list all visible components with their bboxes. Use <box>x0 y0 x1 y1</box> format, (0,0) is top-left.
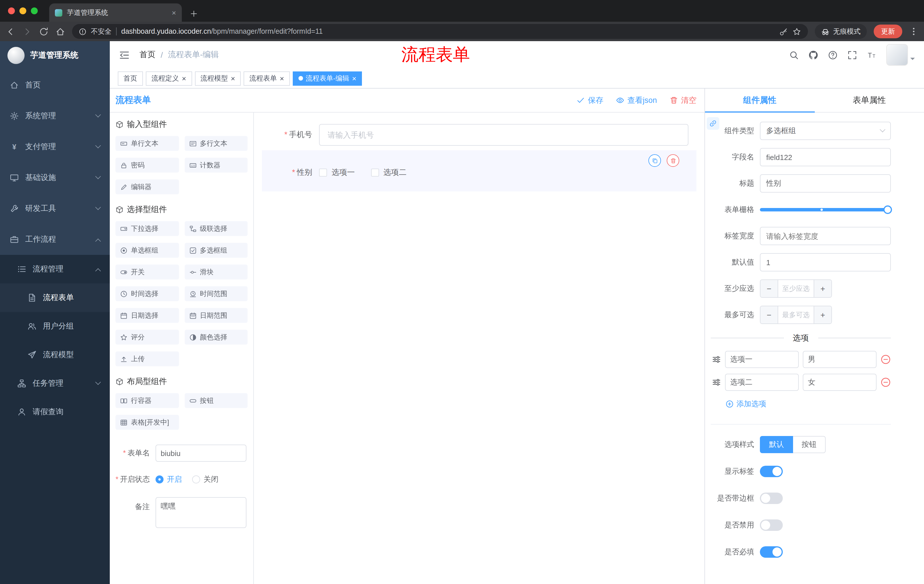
palette-item-upload[interactable]: 上传 <box>116 351 179 366</box>
delete-field-button[interactable] <box>667 154 679 167</box>
font-size-icon[interactable] <box>867 50 876 60</box>
forward-button[interactable] <box>22 26 32 36</box>
palette-item-password[interactable]: 密码 <box>116 158 179 173</box>
palette-item-editor[interactable]: 编辑器 <box>116 179 179 194</box>
palette-item-table[interactable]: 表格[开发中] <box>116 415 179 430</box>
tab-component-properties[interactable]: 组件属性 <box>705 89 815 112</box>
min-select-value[interactable]: 至少应选 <box>778 280 813 297</box>
title-input[interactable] <box>760 174 891 192</box>
browser-home-button[interactable] <box>56 26 65 36</box>
remove-option-button[interactable] <box>881 354 891 365</box>
checkbox-icon[interactable] <box>319 169 327 176</box>
search-icon[interactable] <box>789 50 799 60</box>
canvas-field-gender[interactable]: 性别 选项一 选项二 <box>262 150 696 191</box>
back-button[interactable] <box>6 26 15 36</box>
form-grid-slider[interactable] <box>760 201 891 219</box>
palette-item-rate[interactable]: 评分 <box>116 330 179 345</box>
browser-tab[interactable]: 芋道管理系统 × <box>49 3 182 22</box>
github-icon[interactable] <box>808 50 818 60</box>
disabled-switch[interactable] <box>760 520 783 531</box>
palette-item-row-container[interactable]: 行容器 <box>116 393 179 408</box>
tag-close-icon[interactable]: × <box>231 74 235 82</box>
max-select-value[interactable]: 最多可选 <box>778 306 813 323</box>
status-radio-off[interactable]: 关闭 <box>192 474 218 485</box>
tag-process-form[interactable]: 流程表单× <box>244 71 290 86</box>
decrease-button[interactable]: − <box>761 280 778 297</box>
tab-form-properties[interactable]: 表单属性 <box>815 89 924 112</box>
slider-handle[interactable] <box>883 206 892 214</box>
increase-button[interactable]: + <box>813 280 832 297</box>
reload-button[interactable] <box>39 26 49 36</box>
clear-button[interactable]: 清空 <box>670 95 696 105</box>
fullscreen-icon[interactable] <box>847 50 857 60</box>
palette-item-cascader[interactable]: 级联选择 <box>185 221 248 236</box>
sidebar-item-process-model[interactable]: 流程模型 <box>0 341 110 369</box>
checkbox-icon[interactable] <box>371 169 379 176</box>
sidebar-item-dev-tools[interactable]: 研发工具 <box>0 193 110 224</box>
link-button[interactable] <box>707 117 719 130</box>
tag-process-form-edit[interactable]: 流程表单-编辑× <box>293 71 362 86</box>
option-value-input[interactable] <box>803 351 876 368</box>
remove-option-button[interactable] <box>881 377 891 387</box>
palette-item-date-picker[interactable]: 日期选择 <box>116 308 179 323</box>
tag-close-icon[interactable]: × <box>352 74 356 82</box>
decrease-button[interactable]: − <box>761 306 778 323</box>
option-label-input[interactable] <box>725 351 799 368</box>
window-close-button[interactable] <box>8 7 15 14</box>
gender-option-1[interactable]: 选项一 <box>319 168 355 178</box>
drag-handle-icon[interactable] <box>712 355 721 364</box>
label-width-input[interactable] <box>760 227 891 245</box>
sidebar-collapse-icon[interactable] <box>119 49 130 60</box>
sidebar-item-system-management[interactable]: 系统管理 <box>0 100 110 132</box>
default-value-input[interactable] <box>760 253 891 271</box>
palette-item-radio-group[interactable]: 单选框组 <box>116 243 179 258</box>
user-menu[interactable] <box>886 44 915 66</box>
palette-item-slider[interactable]: 滑块 <box>185 265 248 280</box>
password-key-icon[interactable] <box>779 27 788 36</box>
browser-update-button[interactable]: 更新 <box>874 25 902 38</box>
field-name-input[interactable] <box>760 148 891 166</box>
palette-item-time-picker[interactable]: 时间选择 <box>116 286 179 301</box>
option-label-input[interactable] <box>725 374 799 391</box>
canvas-field-phone[interactable]: 手机号 <box>262 124 696 146</box>
add-option-button[interactable]: 添加选项 <box>726 399 766 409</box>
breadcrumb-home[interactable]: 首页 <box>140 50 155 60</box>
component-type-select[interactable]: 多选框组 <box>760 122 891 140</box>
option-value-input[interactable] <box>803 374 876 391</box>
save-button[interactable]: 保存 <box>576 95 603 105</box>
show-label-switch[interactable] <box>760 466 783 477</box>
tag-home[interactable]: 首页 <box>118 71 143 86</box>
window-zoom-button[interactable] <box>31 7 38 14</box>
palette-item-multi-line-text[interactable]: 多行文本 <box>185 136 248 151</box>
tag-close-icon[interactable]: × <box>280 74 284 82</box>
border-switch[interactable] <box>760 493 783 504</box>
sidebar-item-process-form[interactable]: 流程表单 <box>0 283 110 312</box>
palette-item-switch[interactable]: 开关 <box>116 265 179 280</box>
browser-menu-icon[interactable] <box>909 27 918 36</box>
form-remark-textarea[interactable]: 嘿嘿 <box>155 497 246 528</box>
sidebar-item-process-management[interactable]: 流程管理 <box>0 255 110 283</box>
form-canvas[interactable]: 手机号 性别 选项一 选项二 <box>254 113 705 584</box>
sidebar-item-task-management[interactable]: 任务管理 <box>0 369 110 398</box>
sidebar-item-infrastructure[interactable]: 基础设施 <box>0 162 110 193</box>
sidebar-item-payment-management[interactable]: 支付管理 <box>0 132 110 162</box>
tab-close-icon[interactable]: × <box>172 9 176 16</box>
style-button-button[interactable]: 按钮 <box>793 436 826 453</box>
status-radio-on[interactable]: 开启 <box>155 474 182 485</box>
palette-item-checkbox-group[interactable]: 多选框组 <box>185 243 248 258</box>
palette-item-time-range[interactable]: 时间范围 <box>185 286 248 301</box>
new-tab-button[interactable] <box>190 10 198 18</box>
tag-process-model[interactable]: 流程模型× <box>195 71 241 86</box>
gender-option-2[interactable]: 选项二 <box>371 168 406 178</box>
palette-item-date-range[interactable]: 日期范围 <box>185 308 248 323</box>
phone-input[interactable] <box>327 130 681 140</box>
bookmark-star-icon[interactable] <box>792 27 801 36</box>
sidebar-item-workflow[interactable]: 工作流程 <box>0 224 110 255</box>
sidebar-item-home[interactable]: 首页 <box>0 70 110 100</box>
window-minimize-button[interactable] <box>20 7 26 14</box>
style-default-button[interactable]: 默认 <box>760 436 793 453</box>
palette-item-select[interactable]: 下拉选择 <box>116 221 179 236</box>
palette-item-counter[interactable]: 计数器 <box>185 158 248 173</box>
required-switch[interactable] <box>760 546 783 558</box>
sidebar-item-leave-query[interactable]: 请假查询 <box>0 398 110 426</box>
